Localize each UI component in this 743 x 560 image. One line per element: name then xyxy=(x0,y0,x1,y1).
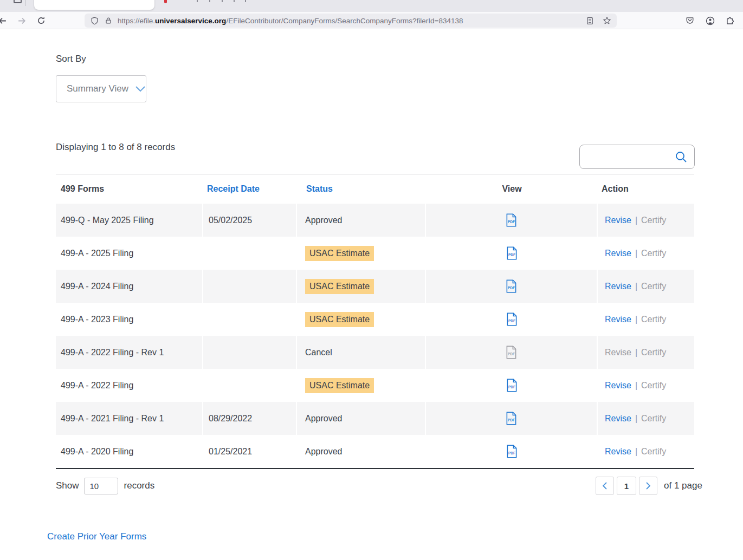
pdf-icon-label: PDF xyxy=(508,352,515,356)
pocket-icon[interactable] xyxy=(683,14,696,27)
receipt-date xyxy=(203,336,297,369)
revise-link[interactable]: Revise xyxy=(605,216,631,225)
form-name: 499-A - 2024 Filing xyxy=(56,270,203,303)
receipt-date xyxy=(203,303,297,336)
certify-link[interactable]: Certify xyxy=(641,249,666,258)
status-value: Approved xyxy=(305,216,343,225)
reload-button-icon[interactable] xyxy=(35,14,48,27)
page-size-input[interactable] xyxy=(84,478,118,494)
table-row: 499-Q - May 2025 Filing 05/02/2025 Appro… xyxy=(56,204,694,237)
active-tab[interactable] xyxy=(34,0,154,10)
pdf-icon-label: PDF xyxy=(508,451,515,455)
form-name: 499-A - 2022 Filing - Rev 1 xyxy=(56,336,203,369)
pdf-icon-label: PDF xyxy=(508,385,515,389)
view-mode-dropdown[interactable]: Summary View xyxy=(56,75,146,102)
certify-link[interactable]: Certify xyxy=(641,282,666,291)
form-name: 499-A - 2025 Filing xyxy=(56,237,203,270)
forms-table: 499 Forms Receipt Date Status View Actio… xyxy=(56,174,694,469)
pdf-icon[interactable]: PDF xyxy=(506,312,518,326)
pdf-icon-label: PDF xyxy=(508,286,515,290)
status-value: Approved xyxy=(305,447,343,457)
reader-mode-icon[interactable] xyxy=(586,17,594,25)
url-bar[interactable]: https://efile.universalservice.org/EFile… xyxy=(85,14,617,28)
action-separator: | xyxy=(635,249,637,258)
pdf-icon[interactable]: PDF xyxy=(506,213,517,227)
revise-link[interactable]: Revise xyxy=(605,447,631,457)
form-name: 499-Q - May 2025 Filing xyxy=(56,204,203,237)
account-icon[interactable] xyxy=(703,14,716,27)
forward-button-icon[interactable] xyxy=(15,14,28,27)
pdf-icon[interactable]: PDF xyxy=(506,246,518,260)
tab-text-fragment xyxy=(197,0,198,2)
pagination: 1 of 1 page xyxy=(596,477,702,495)
bookmark-star-icon[interactable] xyxy=(603,16,611,25)
receipt-date xyxy=(203,369,297,402)
header-status[interactable]: Status xyxy=(297,174,426,204)
certify-link[interactable]: Certify xyxy=(641,447,666,457)
page-count-label: of 1 page xyxy=(664,480,702,491)
receipt-date: 08/29/2022 xyxy=(203,402,297,435)
pdf-icon[interactable]: PDF xyxy=(506,445,518,458)
revise-link[interactable]: Revise xyxy=(605,414,631,424)
pdf-icon-label: PDF xyxy=(508,418,515,422)
table-row: 499-A - 2022 Filing - Rev 1 Cancel PDF R… xyxy=(56,336,694,369)
revise-link[interactable]: Revise xyxy=(605,282,631,291)
records-label: records xyxy=(124,480,155,491)
pdf-icon[interactable]: PDF xyxy=(506,412,517,425)
certify-link[interactable]: Certify xyxy=(641,348,666,357)
header-receipt-date[interactable]: Receipt Date xyxy=(203,174,297,204)
search-icon[interactable] xyxy=(675,151,688,166)
form-name: 499-A - 2020 Filing xyxy=(56,435,203,468)
tab-text-fragment xyxy=(245,0,246,2)
pdf-icon-label: PDF xyxy=(508,220,515,224)
status-value: USAC Estimate xyxy=(305,246,374,261)
sidebar-toggle-icon[interactable] xyxy=(14,0,22,3)
certify-link[interactable]: Certify xyxy=(641,216,666,225)
tab-text-fragment xyxy=(222,0,223,2)
lock-icon[interactable] xyxy=(105,17,112,24)
page-content: Sort By Summary View Displaying 1 to 8 o… xyxy=(0,30,743,560)
pdf-icon[interactable]: PDF xyxy=(506,346,517,359)
show-label: Show xyxy=(56,480,79,491)
search-input[interactable] xyxy=(585,147,672,166)
table-row: 499-A - 2024 Filing USAC Estimate PDF Re… xyxy=(56,270,694,303)
action-separator: | xyxy=(635,447,637,457)
revise-link[interactable]: Revise xyxy=(605,249,631,258)
certify-link[interactable]: Certify xyxy=(641,414,666,424)
next-page-button[interactable] xyxy=(639,477,657,495)
certify-link[interactable]: Certify xyxy=(641,381,666,390)
browser-chrome: https://efile.universalservice.org/EFile… xyxy=(0,0,743,30)
back-button-icon[interactable] xyxy=(0,14,9,27)
pdf-icon[interactable]: PDF xyxy=(506,379,518,392)
pdf-icon-label: PDF xyxy=(508,253,515,257)
certify-link[interactable]: Certify xyxy=(641,315,666,324)
shield-icon[interactable] xyxy=(91,17,99,25)
pdf-icon[interactable]: PDF xyxy=(506,279,517,293)
header-499-forms: 499 Forms xyxy=(56,174,203,204)
action-separator: | xyxy=(635,315,637,324)
tab-bar xyxy=(0,0,743,12)
table-row: 499-A - 2025 Filing USAC Estimate PDF Re… xyxy=(56,237,694,270)
table-row: 499-A - 2021 Filing - Rev 1 08/29/2022 A… xyxy=(56,402,694,435)
form-name: 499-A - 2022 Filing xyxy=(56,369,203,402)
prev-page-button[interactable] xyxy=(596,477,614,495)
sort-by-label: Sort By xyxy=(56,54,86,64)
tab-text-fragment xyxy=(234,0,235,2)
chevron-down-icon xyxy=(135,85,146,93)
revise-link[interactable]: Revise xyxy=(605,381,631,390)
revise-link[interactable]: Revise xyxy=(605,315,631,324)
dropdown-selected-value: Summary View xyxy=(67,83,128,94)
receipt-date: 01/25/2021 xyxy=(203,435,297,468)
browser-toolbar: https://efile.universalservice.org/EFile… xyxy=(0,12,743,29)
action-separator: | xyxy=(635,282,637,291)
page-size-control: Show records xyxy=(56,477,154,495)
status-value: Approved xyxy=(305,414,343,424)
create-prior-year-forms-link[interactable]: Create Prior Year Forms xyxy=(47,531,146,542)
status-value: USAC Estimate xyxy=(305,312,374,327)
status-value: USAC Estimate xyxy=(305,279,374,294)
revise-link[interactable]: Revise xyxy=(605,348,631,357)
form-name: 499-A - 2023 Filing xyxy=(56,303,203,336)
current-page-box[interactable]: 1 xyxy=(617,477,636,495)
extensions-puzzle-icon[interactable] xyxy=(723,14,736,27)
background-tab-favicon[interactable] xyxy=(164,0,167,3)
